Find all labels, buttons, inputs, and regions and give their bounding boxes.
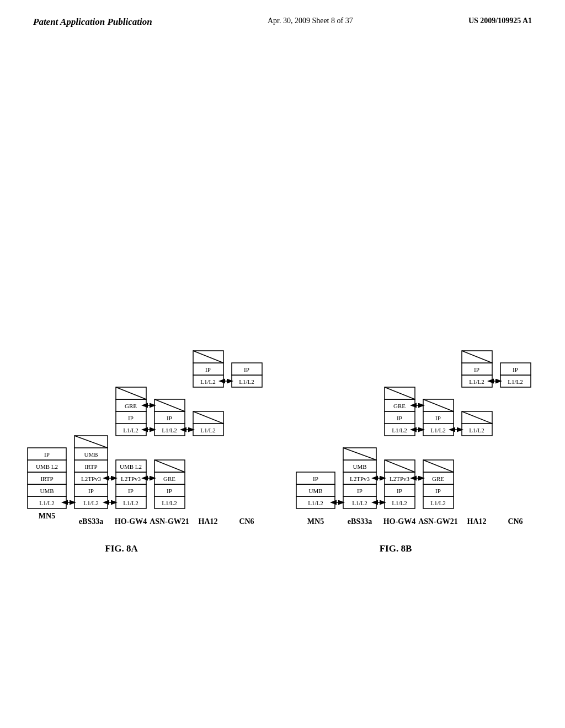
svg-text:IP: IP xyxy=(167,415,172,421)
svg-text:L1/L2: L1/L2 xyxy=(430,427,446,433)
svg-text:L1/L2: L1/L2 xyxy=(352,500,367,506)
svg-text:UMB: UMB xyxy=(353,463,366,470)
svg-text:L1/L2: L1/L2 xyxy=(469,427,484,433)
svg-text:IP: IP xyxy=(357,488,363,494)
svg-text:IP: IP xyxy=(397,488,402,494)
svg-text:CN6: CN6 xyxy=(239,517,254,526)
svg-text:IP: IP xyxy=(205,366,211,373)
asn-gw21-node: L1/L2 IP GRE L1/L2 IP ASN-GW2 xyxy=(150,399,189,526)
svg-text:HO-GW4: HO-GW4 xyxy=(115,517,147,526)
svg-text:IP: IP xyxy=(128,488,134,494)
svg-text:GRE: GRE xyxy=(125,403,137,409)
svg-text:L1/L2: L1/L2 xyxy=(123,500,138,506)
svg-text:GRE: GRE xyxy=(432,475,444,482)
header-right: US 2009/109925 A1 xyxy=(468,17,532,25)
svg-text:FIG. 8B: FIG. 8B xyxy=(380,543,412,554)
ha12-node: L1/L2 L1/L2 IP HA12 xyxy=(193,351,223,526)
svg-text:MN5: MN5 xyxy=(307,517,324,526)
header-center: Apr. 30, 2009 Sheet 8 of 37 xyxy=(268,17,353,25)
fig-8b-svg: L1/L2 UMB IP MN5 L1/L2 IP L2TPv3 xyxy=(285,44,539,684)
svg-text:UMB L2: UMB L2 xyxy=(36,463,58,470)
main-content: L1/L2 UMB IRTP UMB L2 IP MN5 L1/L2 xyxy=(0,33,565,697)
svg-text:IP: IP xyxy=(313,475,318,482)
svg-text:IP: IP xyxy=(474,366,479,373)
hogw4-node: L1/L2 IP L2TPv3 UMB L2 L1/L2 IP GRE xyxy=(115,387,147,526)
svg-text:IP: IP xyxy=(167,488,172,494)
header: Patent Application Publication Apr. 30, … xyxy=(0,0,565,33)
svg-text:L1/L2: L1/L2 xyxy=(200,427,216,433)
svg-text:eBS33a: eBS33a xyxy=(79,517,103,526)
svg-text:L1/L2: L1/L2 xyxy=(83,500,99,506)
svg-text:IP: IP xyxy=(88,488,94,494)
asn-gw21-b-node: L1/L2 IP GRE L1/L2 IP ASN-GW21 xyxy=(418,399,458,526)
svg-text:CN6: CN6 xyxy=(508,517,523,526)
svg-text:UMB L2: UMB L2 xyxy=(120,463,142,470)
svg-text:L1/L2: L1/L2 xyxy=(430,500,446,506)
svg-text:GRE: GRE xyxy=(393,403,406,409)
header-left: Patent Application Publication xyxy=(33,17,152,28)
page: Patent Application Publication Apr. 30, … xyxy=(0,0,565,728)
svg-text:IP: IP xyxy=(128,415,134,421)
svg-text:L1/L2: L1/L2 xyxy=(392,500,407,506)
svg-text:HA12: HA12 xyxy=(199,517,218,526)
svg-text:L1/L2: L1/L2 xyxy=(508,378,523,385)
svg-text:UMB: UMB xyxy=(308,488,322,494)
svg-text:L1/L2: L1/L2 xyxy=(200,378,216,385)
svg-text:ASN-GW21: ASN-GW21 xyxy=(150,517,189,526)
svg-text:IP: IP xyxy=(397,415,402,421)
svg-text:L1/L2: L1/L2 xyxy=(123,427,138,433)
svg-text:IRTP: IRTP xyxy=(40,475,53,482)
mn5-node: L1/L2 UMB IRTP UMB L2 IP MN5 xyxy=(28,448,66,520)
fig-8a-svg: L1/L2 UMB IRTP UMB L2 IP MN5 L1/L2 xyxy=(11,44,265,684)
cn6-node: L1/L2 IP CN6 xyxy=(232,363,262,526)
svg-text:L1/L2: L1/L2 xyxy=(39,500,55,506)
svg-text:L1/L2: L1/L2 xyxy=(162,427,177,433)
svg-text:L2TPv3: L2TPv3 xyxy=(390,475,410,482)
svg-text:HO-GW4: HO-GW4 xyxy=(383,517,415,526)
svg-text:L1/L2: L1/L2 xyxy=(239,378,254,385)
svg-text:UMB: UMB xyxy=(40,488,54,494)
svg-text:ASN-GW21: ASN-GW21 xyxy=(418,517,458,526)
svg-text:L1/L2: L1/L2 xyxy=(162,500,177,506)
cn6-b-node: L1/L2 IP CN6 xyxy=(500,363,531,526)
svg-text:IP: IP xyxy=(435,415,441,421)
mn5-b-node: L1/L2 UMB IP MN5 xyxy=(296,472,335,526)
hogw4-b-node: L1/L2 IP L2TPv3 L1/L2 IP GRE H xyxy=(383,387,415,526)
svg-text:L2TPv3: L2TPv3 xyxy=(121,475,141,482)
fig-8a-area: L1/L2 UMB IRTP UMB L2 IP MN5 L1/L2 xyxy=(11,44,280,686)
svg-text:L1/L2: L1/L2 xyxy=(308,500,323,506)
svg-text:IP: IP xyxy=(244,366,249,373)
svg-text:FIG. 8A: FIG. 8A xyxy=(105,543,138,554)
svg-text:IRTP: IRTP xyxy=(84,463,97,470)
svg-text:L1/L2: L1/L2 xyxy=(392,427,407,433)
fig-8b-area: L1/L2 UMB IP MN5 L1/L2 IP L2TPv3 xyxy=(285,44,554,686)
ebs33a-node: L1/L2 IP L2TPv3 IRTP UMB eBS33a xyxy=(74,436,108,526)
svg-text:IP: IP xyxy=(513,366,518,373)
svg-text:IP: IP xyxy=(44,451,50,458)
svg-text:L2TPv3: L2TPv3 xyxy=(81,475,102,482)
svg-text:GRE: GRE xyxy=(163,475,175,482)
svg-text:UMB: UMB xyxy=(84,451,98,458)
ebs33a-b-node: L1/L2 IP L2TPv3 UMB eBS33a xyxy=(343,448,376,526)
svg-text:IP: IP xyxy=(435,488,441,494)
svg-text:eBS33a: eBS33a xyxy=(348,517,372,526)
ha12-b-node: L1/L2 L1/L2 IP HA12 xyxy=(462,351,492,526)
svg-text:L1/L2: L1/L2 xyxy=(469,378,484,385)
svg-text:L2TPv3: L2TPv3 xyxy=(350,475,370,482)
svg-text:MN5: MN5 xyxy=(39,512,55,520)
svg-text:HA12: HA12 xyxy=(467,517,487,526)
